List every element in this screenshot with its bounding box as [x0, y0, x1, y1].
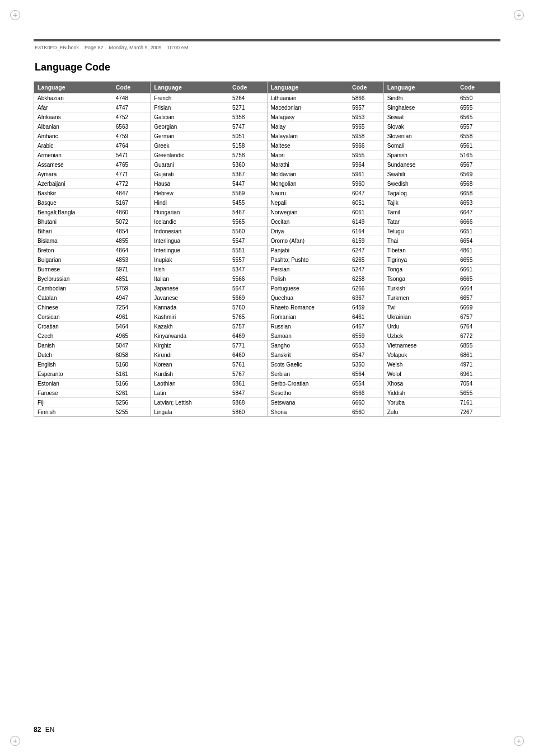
table-row: Abkhazian4748	[34, 93, 150, 103]
corner-mark-tl	[10, 10, 20, 20]
lang-cell: Somali	[384, 141, 457, 151]
lang-cell: Slovenian	[384, 132, 457, 141]
code-cell: 6861	[457, 350, 500, 360]
code-cell: 6658	[457, 189, 500, 198]
code-cell: 5047	[113, 341, 150, 350]
code-cell: 4847	[113, 189, 150, 198]
lang-cell: Kazakh	[151, 322, 229, 331]
table-row: Scots Gaelic5350	[268, 360, 383, 369]
page-num: Page 82	[85, 45, 104, 50]
table-row: Panjabi6247	[268, 246, 383, 255]
code-cell: 6558	[457, 132, 500, 141]
code-cell: 5247	[349, 265, 383, 274]
table-row: Kirundi6460	[151, 350, 266, 360]
table-row: Malayalam5958	[268, 132, 383, 141]
table-row: Telugu6651	[384, 227, 500, 236]
table-row: Volapuk6861	[384, 350, 500, 360]
table-row: Breton4864	[34, 246, 150, 255]
lang-cell: Mongolian	[268, 179, 349, 189]
table-row: Sundanese6567	[384, 160, 500, 170]
table-row: Dutch6058	[34, 350, 150, 360]
code-cell: 5051	[229, 132, 266, 141]
code-cell: 5861	[229, 379, 266, 388]
lang-cell: Gujarati	[151, 170, 229, 179]
code-cell: 5167	[113, 198, 150, 208]
lang-cell: Norwegian	[268, 208, 349, 217]
lang-cell: Uzbek	[384, 331, 457, 341]
table-row: Afar4747	[34, 103, 150, 112]
code-cell: 6665	[457, 274, 500, 284]
code-cell: 5255	[113, 407, 150, 417]
code-cell: 5758	[229, 151, 266, 160]
table-row: Gujarati5367	[151, 170, 266, 179]
lang-cell: Slovak	[384, 122, 457, 132]
table-row: Afrikaans4752	[34, 112, 150, 122]
table-row: Siswat6565	[384, 112, 500, 122]
table-row: Basque5167	[34, 198, 150, 208]
lang-cell: English	[34, 360, 113, 369]
lang-cell: Serbian	[268, 369, 349, 379]
code-cell: 4748	[113, 93, 150, 103]
lang-cell: Hausa	[151, 179, 229, 189]
table-row: Quechua6367	[268, 293, 383, 303]
table-row: Turkmen6657	[384, 293, 500, 303]
lang-cell: Azerbaijani	[34, 179, 113, 189]
code-cell: 5860	[229, 407, 266, 417]
lang-cell: Welsh	[384, 360, 457, 369]
lang-cell: Siswat	[384, 112, 457, 122]
code-cell: 5072	[113, 217, 150, 227]
col3-lang-header: Language	[268, 82, 349, 93]
lang-cell: Esperanto	[34, 369, 113, 379]
code-cell: 6461	[349, 312, 383, 322]
lang-cell: Hebrew	[151, 189, 229, 198]
lang-cell: Greenlandic	[151, 151, 229, 160]
code-cell: 5655	[457, 388, 500, 398]
lang-cell: Tamil	[384, 208, 457, 217]
lang-cell: Latin	[151, 388, 229, 398]
code-cell: 5464	[113, 322, 150, 331]
table-row: Icelandic5565	[151, 217, 266, 227]
code-cell: 4854	[113, 227, 150, 236]
lang-cell: Frisian	[151, 103, 229, 112]
table-row: Javanese5669	[151, 293, 266, 303]
code-cell: 6651	[457, 227, 500, 236]
code-cell: 5971	[113, 265, 150, 274]
table-row: Laothian5861	[151, 379, 266, 388]
code-cell: 5958	[349, 132, 383, 141]
table-row: Oriya6164	[268, 227, 383, 236]
table-row: Mongolian5960	[268, 179, 383, 189]
code-cell: 6367	[349, 293, 383, 303]
lang-cell: Sesotho	[268, 388, 349, 398]
lang-cell: Malay	[268, 122, 349, 132]
lang-cell: Abkhazian	[34, 93, 113, 103]
table-row: Malay5965	[268, 122, 383, 132]
lang-cell: Serbo-Croatian	[268, 379, 349, 388]
code-cell: 6568	[457, 179, 500, 189]
table-row: Sangho6553	[268, 341, 383, 350]
time: 10:00 AM	[167, 45, 189, 50]
lang-cell: Georgian	[151, 122, 229, 132]
table-row: Galician5358	[151, 112, 266, 122]
code-cell: 6557	[457, 122, 500, 132]
code-cell: 5767	[229, 369, 266, 379]
code-cell: 5669	[229, 293, 266, 303]
corner-mark-tr	[514, 10, 524, 20]
table-row: Burmese5971	[34, 265, 150, 274]
lang-cell: Bashkir	[34, 189, 113, 198]
lang-cell: Malayalam	[268, 132, 349, 141]
table-row: Corsican4961	[34, 312, 150, 322]
table-row: Korean5761	[151, 360, 266, 369]
lang-cell: Japanese	[151, 284, 229, 293]
table-row: Polish6258	[268, 274, 383, 284]
table-row: Rhaeto-Romance6459	[268, 303, 383, 312]
lang-cell: Vietnamese	[384, 341, 457, 350]
code-cell: 5551	[229, 246, 266, 255]
table-row: Georgian5747	[151, 122, 266, 132]
lang-cell: Panjabi	[268, 246, 349, 255]
lang-cell: Icelandic	[151, 217, 229, 227]
code-cell: 5547	[229, 236, 266, 246]
lang-cell: Twi	[384, 303, 457, 312]
code-cell: 5264	[229, 93, 266, 103]
code-cell: 5747	[229, 122, 266, 132]
lang-cell: Amharic	[34, 132, 113, 141]
